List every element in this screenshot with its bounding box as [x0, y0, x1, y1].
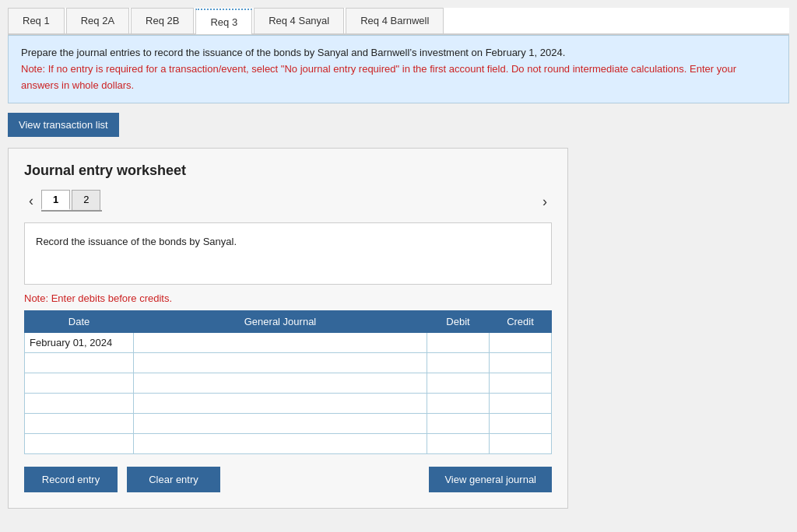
date-cell-2	[25, 373, 134, 394]
debit-input-1[interactable]	[427, 353, 489, 373]
debit-cell-5[interactable]	[427, 434, 490, 454]
credit-cell-2[interactable]	[490, 373, 552, 394]
view-general-journal-button[interactable]: View general journal	[429, 467, 552, 492]
debit-cell-2[interactable]	[427, 373, 490, 394]
debit-input-0[interactable]	[427, 333, 489, 352]
view-transaction-button[interactable]: View transaction list	[8, 113, 119, 137]
journal-cell-0[interactable]	[134, 333, 427, 353]
date-cell-0: February 01, 2024	[25, 333, 134, 353]
debit-cell-1[interactable]	[427, 353, 490, 373]
col-header-debit: Debit	[427, 311, 490, 333]
journal-input-2[interactable]	[134, 373, 427, 393]
date-cell-5	[25, 434, 134, 454]
record-entry-button[interactable]: Record entry	[24, 467, 118, 492]
debit-input-3[interactable]	[427, 394, 489, 413]
journal-input-4[interactable]	[134, 414, 427, 433]
table-row	[25, 434, 552, 454]
nav-tab-1[interactable]: 1	[41, 190, 70, 210]
tab-req4barnwell[interactable]: Req 4 Barnwell	[346, 8, 444, 33]
tab-req2b[interactable]: Req 2B	[131, 8, 194, 33]
table-row	[25, 414, 552, 434]
debit-cell-3[interactable]	[427, 394, 490, 414]
journal-table: Date General Journal Debit Credit Februa…	[24, 310, 552, 454]
credit-cell-4[interactable]	[490, 414, 552, 434]
journal-cell-4[interactable]	[134, 414, 427, 434]
description-text: Record the issuance of the bonds by Sany…	[36, 236, 237, 247]
tab-req4sanyal[interactable]: Req 4 Sanyal	[254, 8, 344, 33]
col-header-date: Date	[25, 311, 134, 333]
journal-cell-5[interactable]	[134, 434, 427, 454]
credit-cell-5[interactable]	[490, 434, 552, 454]
journal-cell-1[interactable]	[134, 353, 427, 373]
buttons-row: Record entry Clear entry View general jo…	[24, 467, 552, 492]
debit-input-2[interactable]	[427, 373, 489, 393]
credit-cell-1[interactable]	[490, 353, 552, 373]
debit-cell-0[interactable]	[427, 333, 490, 353]
tab-req1[interactable]: Req 1	[8, 8, 65, 33]
table-row	[25, 353, 552, 373]
description-box: Record the issuance of the bonds by Sany…	[24, 222, 552, 285]
info-red-text: Note: If no entry is required for a tran…	[21, 63, 736, 91]
table-row: February 01, 2024	[25, 333, 552, 353]
worksheet-title: Journal entry worksheet	[24, 163, 552, 179]
credit-input-3[interactable]	[490, 394, 551, 413]
credit-input-0[interactable]	[490, 333, 551, 352]
journal-cell-3[interactable]	[134, 394, 427, 414]
table-row	[25, 373, 552, 394]
debit-cell-4[interactable]	[427, 414, 490, 434]
date-cell-1	[25, 353, 134, 373]
nav-tab-2[interactable]: 2	[72, 190, 100, 210]
journal-input-3[interactable]	[134, 394, 427, 413]
nav-row: ‹ 1 2 ›	[24, 190, 552, 212]
info-main-text: Prepare the journal entries to record th…	[21, 47, 565, 58]
credit-cell-0[interactable]	[490, 333, 552, 353]
journal-input-1[interactable]	[134, 353, 427, 373]
date-cell-3	[25, 394, 134, 414]
prev-arrow[interactable]: ‹	[24, 191, 38, 211]
col-header-credit: Credit	[490, 311, 552, 333]
info-box: Prepare the journal entries to record th…	[8, 35, 789, 103]
debit-input-4[interactable]	[427, 414, 489, 433]
tabs-bar: Req 1 Req 2A Req 2B Req 3 Req 4 Sanyal R…	[8, 8, 789, 35]
credit-cell-3[interactable]	[490, 394, 552, 414]
journal-input-5[interactable]	[134, 434, 427, 453]
clear-entry-button[interactable]: Clear entry	[127, 467, 220, 492]
credit-input-1[interactable]	[490, 353, 551, 373]
credit-input-4[interactable]	[490, 414, 551, 433]
credit-input-5[interactable]	[490, 434, 551, 453]
col-header-journal: General Journal	[134, 311, 427, 333]
table-row	[25, 394, 552, 414]
tab-req3[interactable]: Req 3	[195, 9, 252, 34]
nav-tabs: 1 2	[41, 190, 102, 212]
debit-input-5[interactable]	[427, 434, 489, 453]
tab-req2a[interactable]: Req 2A	[66, 8, 129, 33]
note-text: Note: Enter debits before credits.	[24, 292, 552, 304]
credit-input-2[interactable]	[490, 373, 551, 393]
nav-left: ‹ 1 2	[24, 190, 102, 212]
date-cell-4	[25, 414, 134, 434]
journal-input-0[interactable]	[134, 333, 427, 352]
next-arrow[interactable]: ›	[538, 192, 552, 212]
worksheet-card: Journal entry worksheet ‹ 1 2 › Record t…	[8, 148, 568, 509]
journal-cell-2[interactable]	[134, 373, 427, 394]
